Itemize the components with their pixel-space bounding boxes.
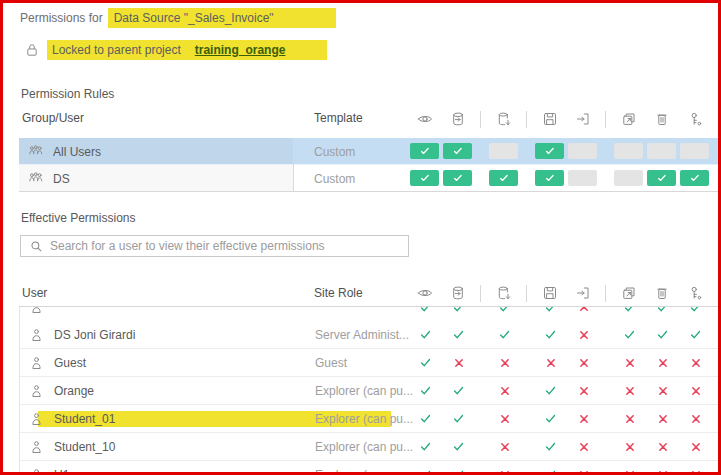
person-icon — [29, 411, 45, 427]
user-row[interactable]: DS Joni GirardiServer Administ... — [20, 321, 718, 349]
capability-allowed-cell[interactable] — [489, 170, 518, 186]
search-icon — [29, 239, 44, 254]
x-mark — [691, 470, 701, 475]
check-mark — [499, 329, 510, 340]
set-permissions-icon — [687, 111, 703, 127]
capability-unset-cell[interactable] — [614, 143, 643, 159]
check-mark — [420, 441, 431, 452]
column-group-separator — [475, 382, 488, 399]
column-group-separator — [520, 170, 533, 187]
check-mark — [545, 307, 556, 313]
column-group-separator — [521, 466, 534, 475]
column-group-separator — [520, 111, 533, 128]
x-mark — [579, 414, 589, 424]
capability-allowed-cell[interactable] — [443, 170, 472, 186]
column-header-site-role: Site Role — [314, 286, 363, 300]
parent-project-link[interactable]: training_orange — [195, 43, 286, 57]
column-group-separator — [600, 307, 613, 316]
check-mark — [453, 413, 464, 424]
x-mark — [625, 442, 635, 452]
person-icon — [29, 383, 45, 399]
check-mark — [453, 441, 464, 452]
person-icon — [29, 327, 45, 343]
permission-rule-row[interactable]: All UsersCustom — [19, 138, 718, 165]
column-divider — [293, 165, 294, 192]
check-mark — [420, 307, 431, 313]
column-group-separator — [475, 354, 488, 371]
site-role-value: Explorer (can pu... — [315, 412, 413, 426]
capability-allowed-cell[interactable] — [647, 170, 676, 186]
capability-unset-cell[interactable] — [614, 170, 643, 186]
column-group-separator — [521, 382, 534, 399]
template-value: Custom — [314, 172, 355, 186]
check-mark — [545, 469, 556, 475]
search-input[interactable] — [50, 239, 408, 253]
capability-allowed-cell[interactable] — [410, 170, 439, 186]
x-mark — [579, 386, 589, 396]
capability-allowed-cell[interactable] — [535, 143, 564, 159]
user-name: U1 — [54, 468, 69, 475]
check-mark — [545, 329, 556, 340]
capability-unset-cell[interactable] — [568, 170, 597, 186]
user-row[interactable]: OrangeExplorer (can pu... — [20, 377, 718, 405]
effective-capability-marks — [409, 321, 712, 348]
permission-rule-row[interactable]: DSCustom — [19, 165, 718, 192]
column-header-template: Template — [314, 111, 363, 125]
capability-allowed-cell[interactable] — [410, 143, 439, 159]
x-mark — [579, 442, 589, 452]
column-group-separator — [600, 466, 613, 475]
person-icon — [29, 467, 45, 475]
x-mark — [579, 470, 589, 475]
person-icon — [29, 307, 45, 315]
group-icon — [28, 170, 44, 186]
check-mark — [545, 441, 556, 452]
partially-scrolled-user-row — [20, 307, 718, 321]
x-mark — [625, 414, 635, 424]
check-mark — [420, 329, 431, 340]
site-role-value: Guest — [315, 356, 347, 370]
save-as-icon — [575, 111, 591, 127]
capability-icons-header — [408, 106, 711, 132]
capability-unset-cell[interactable] — [489, 143, 518, 159]
user-row[interactable] — [20, 307, 718, 321]
delete-icon — [654, 111, 670, 127]
user-row[interactable]: Student_10Explorer (can pu... — [20, 433, 718, 461]
capability-allowed-cell[interactable] — [443, 143, 472, 159]
page-title: Permissions for Data Source "_Sales_Invo… — [20, 8, 336, 28]
capability-unset-cell[interactable] — [568, 143, 597, 159]
x-mark — [658, 414, 668, 424]
capability-unset-cell[interactable] — [647, 143, 676, 159]
permissions-dialog: Permissions for Data Source "_Sales_Invo… — [0, 0, 721, 475]
group-name: All Users — [53, 145, 101, 159]
user-row[interactable]: Student_01Explorer (can pu... — [20, 405, 718, 433]
connect-icon — [450, 111, 466, 127]
capability-allowed-cell[interactable] — [535, 170, 564, 186]
group-icon — [28, 143, 44, 159]
column-group-separator — [520, 143, 533, 160]
effective-capability-marks — [409, 433, 712, 460]
title-highlighted-text: Data Source "_Sales_Invoice" — [108, 8, 336, 28]
column-header-group-user: Group/User — [22, 111, 84, 125]
x-mark — [500, 358, 510, 368]
column-group-separator — [475, 307, 488, 316]
check-mark — [453, 385, 464, 396]
check-mark — [453, 469, 464, 475]
capability-allowed-cell[interactable] — [680, 170, 709, 186]
column-group-separator — [474, 111, 487, 128]
column-group-separator — [475, 410, 488, 427]
save-as-icon — [575, 285, 591, 301]
effective-capability-marks — [409, 307, 712, 321]
check-mark — [420, 385, 431, 396]
locked-label: Locked to parent project — [52, 43, 181, 57]
search-box — [20, 235, 409, 257]
user-row[interactable]: U1Explorer (can pu... — [20, 461, 718, 475]
x-mark — [691, 414, 701, 424]
user-name: Orange — [54, 384, 94, 398]
user-row[interactable]: GuestGuest — [20, 349, 718, 377]
connect-icon — [450, 285, 466, 301]
delete-icon — [654, 285, 670, 301]
x-mark — [546, 358, 556, 368]
x-mark — [625, 386, 635, 396]
capability-unset-cell[interactable] — [680, 143, 709, 159]
download-data-source-icon — [496, 285, 512, 301]
